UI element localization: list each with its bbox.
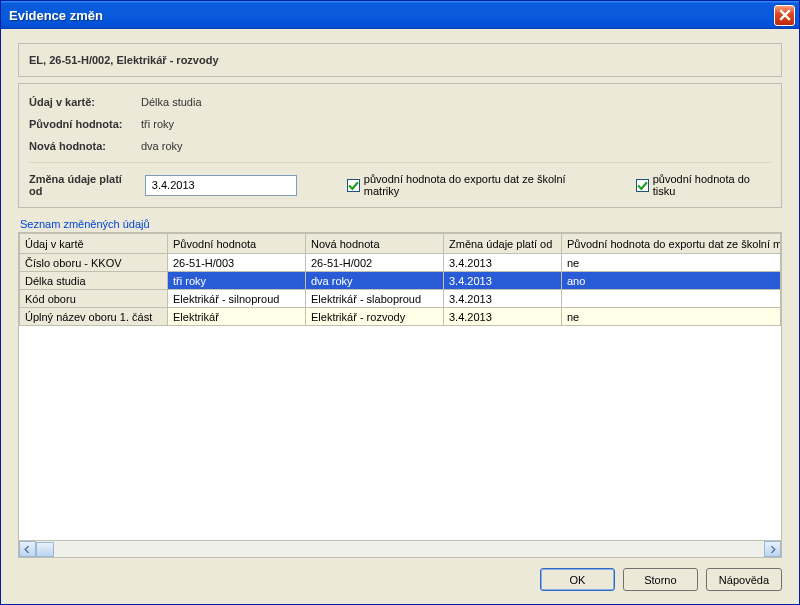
old-label: Původní hodnota: (29, 118, 141, 130)
checkbox-export-label: původní hodnota do exportu dat ze školní… (364, 173, 596, 197)
dialog-window: Evidence změn EL, 26-51-H/002, Elektriká… (0, 0, 800, 605)
new-value: dva roky (141, 140, 183, 152)
col-header[interactable]: Původní hodnota (168, 234, 306, 254)
date-input[interactable] (145, 175, 297, 196)
horizontal-scrollbar[interactable] (19, 540, 781, 557)
cell: ne (562, 308, 781, 326)
window-title: Evidence změn (9, 8, 103, 23)
check-icon (348, 180, 359, 191)
cell: Elektrikář (168, 308, 306, 326)
col-header[interactable]: Změna údaje platí od (444, 234, 562, 254)
button-bar: OK Storno Nápověda (18, 568, 782, 591)
cell: Elektrikář - slaboproud (306, 290, 444, 308)
chevron-left-icon (24, 546, 31, 553)
cell: 3.4.2013 (444, 290, 562, 308)
ok-button[interactable]: OK (540, 568, 615, 591)
col-header[interactable]: Údaj v kartě (20, 234, 168, 254)
col-header[interactable]: Původní hodnota do exportu dat ze školní… (562, 234, 781, 254)
info-row-new: Nová hodnota: dva roky (29, 140, 771, 152)
cell: Kód oboru (20, 290, 168, 308)
date-label: Změna údaje platí od (29, 173, 135, 197)
grid-table: Údaj v kartě Původní hodnota Nová hodnot… (19, 233, 781, 326)
client-area: EL, 26-51-H/002, Elektrikář - rozvody Úd… (4, 29, 796, 601)
grid[interactable]: Údaj v kartě Původní hodnota Nová hodnot… (19, 233, 781, 540)
titlebar[interactable]: Evidence změn (1, 1, 799, 29)
cell: ne (562, 254, 781, 272)
table-row[interactable]: Číslo oboru - KKOV 26-51-H/003 26-51-H/0… (20, 254, 781, 272)
table-row[interactable]: Úplný název oboru 1. část Elektrikář Ele… (20, 308, 781, 326)
checkbox-print-box[interactable] (636, 179, 649, 192)
field-value: Délka studia (141, 96, 202, 108)
cell: 3.4.2013 (444, 308, 562, 326)
cancel-button[interactable]: Storno (623, 568, 698, 591)
scroll-track[interactable] (36, 541, 764, 557)
close-icon (779, 9, 791, 21)
table-row[interactable]: Kód oboru Elektrikář - silnoproud Elektr… (20, 290, 781, 308)
close-button[interactable] (774, 5, 795, 26)
checkbox-export-box[interactable] (347, 179, 360, 192)
header-panel: EL, 26-51-H/002, Elektrikář - rozvody (18, 43, 782, 77)
cell: Elektrikář - silnoproud (168, 290, 306, 308)
cell (562, 290, 781, 308)
scroll-right-button[interactable] (764, 541, 781, 557)
old-value: tři roky (141, 118, 174, 130)
cell: 26-51-H/002 (306, 254, 444, 272)
field-label: Údaj v kartě: (29, 96, 141, 108)
checkbox-print-label: původní hodnota do tisku (653, 173, 771, 197)
info-panel: Údaj v kartě: Délka studia Původní hodno… (18, 83, 782, 208)
cell: Úplný název oboru 1. část (20, 308, 168, 326)
checkbox-print[interactable]: původní hodnota do tisku (636, 173, 771, 197)
record-title: EL, 26-51-H/002, Elektrikář - rozvody (29, 54, 219, 66)
new-label: Nová hodnota: (29, 140, 141, 152)
list-section-label: Seznam změněných údajů (20, 218, 782, 230)
cell: ano (562, 272, 781, 290)
scroll-thumb[interactable] (36, 542, 54, 557)
date-row: Změna údaje platí od původní hodnota do … (29, 162, 771, 197)
cell: Číslo oboru - KKOV (20, 254, 168, 272)
scroll-left-button[interactable] (19, 541, 36, 557)
grid-panel: Údaj v kartě Původní hodnota Nová hodnot… (18, 232, 782, 558)
info-row-field: Údaj v kartě: Délka studia (29, 96, 771, 108)
chevron-right-icon (769, 546, 776, 553)
cell: Délka studia (20, 272, 168, 290)
table-row[interactable]: Délka studia tři roky dva roky 3.4.2013 … (20, 272, 781, 290)
info-row-old: Původní hodnota: tři roky (29, 118, 771, 130)
cell: dva roky (306, 272, 444, 290)
col-header[interactable]: Nová hodnota (306, 234, 444, 254)
cell: tři roky (168, 272, 306, 290)
cell: Elektrikář - rozvody (306, 308, 444, 326)
help-button[interactable]: Nápověda (706, 568, 782, 591)
checkbox-export[interactable]: původní hodnota do exportu dat ze školní… (347, 173, 596, 197)
check-icon (637, 180, 648, 191)
cell: 26-51-H/003 (168, 254, 306, 272)
cell: 3.4.2013 (444, 254, 562, 272)
grid-header-row: Údaj v kartě Původní hodnota Nová hodnot… (20, 234, 781, 254)
cell: 3.4.2013 (444, 272, 562, 290)
